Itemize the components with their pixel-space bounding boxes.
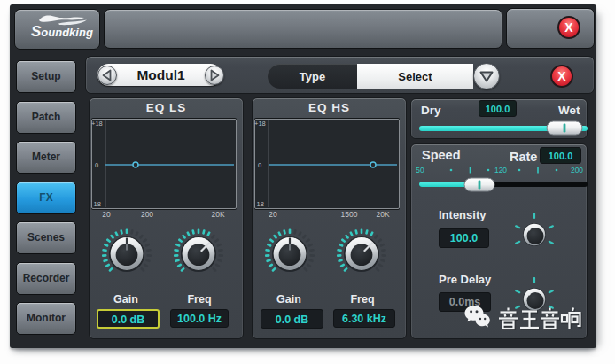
svg-text:Soundking: Soundking bbox=[31, 23, 93, 40]
